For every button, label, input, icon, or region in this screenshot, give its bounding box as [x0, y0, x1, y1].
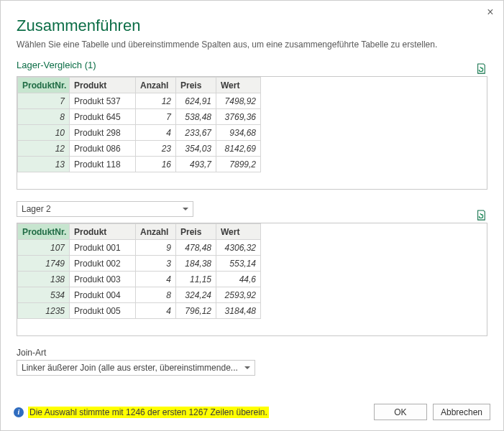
cell: 478,48: [176, 240, 216, 256]
table2-select[interactable]: Lager 2: [17, 201, 193, 217]
cell: 538,48: [176, 109, 216, 125]
cell: Produkt 001: [70, 240, 136, 256]
join-type-label: Join-Art: [17, 348, 487, 358]
cell: 534: [18, 287, 70, 303]
column-header[interactable]: Wert: [216, 78, 261, 93]
column-header[interactable]: Produkt: [70, 224, 136, 240]
cell: 9: [136, 240, 176, 256]
cell: 44,6: [216, 272, 261, 287]
table-row[interactable]: 12Produkt 08623354,038142,69: [18, 141, 487, 157]
join-type-select[interactable]: Linker äußerer Join (alle aus erster, üb…: [17, 360, 255, 376]
close-button[interactable]: ×: [482, 4, 499, 21]
cell: 3: [136, 256, 176, 272]
table-row[interactable]: 1235Produkt 0054796,123184,48: [18, 303, 487, 319]
dialog-subtitle: Wählen Sie eine Tabelle und übereinstimm…: [17, 40, 487, 50]
column-header[interactable]: Anzahl: [136, 78, 176, 93]
cell: Produkt 118: [70, 157, 136, 172]
cell: Produkt 005: [70, 303, 136, 319]
table-row[interactable]: 8Produkt 6457538,483769,36: [18, 109, 487, 125]
cell: 7: [18, 93, 70, 109]
refresh-icon[interactable]: [476, 63, 486, 75]
cell: 8: [136, 287, 176, 303]
cell: 8: [18, 109, 70, 125]
cell: Produkt 645: [70, 109, 136, 125]
cell: 4: [136, 303, 176, 319]
cell: 3184,48: [216, 303, 261, 319]
column-header[interactable]: Produkt: [70, 78, 136, 93]
cell: Produkt 537: [70, 93, 136, 109]
dialog-footer: i Die Auswahl stimmte mit 1246 der erste…: [1, 397, 503, 430]
column-header[interactable]: Preis: [176, 224, 216, 240]
cell: 12: [18, 141, 70, 157]
cell: 2593,92: [216, 287, 261, 303]
cell: Produkt 086: [70, 141, 136, 157]
cell: 233,67: [176, 125, 216, 141]
table2-select-label: Lager 2: [22, 204, 51, 214]
column-header[interactable]: ProduktNr.: [18, 224, 70, 240]
table-row[interactable]: 534Produkt 0048324,242593,92: [18, 287, 487, 303]
refresh-icon[interactable]: [476, 210, 486, 221]
cell: Produkt 002: [70, 256, 136, 272]
ok-button[interactable]: OK: [374, 404, 427, 420]
cell: 8142,69: [216, 141, 261, 157]
cell: 4306,32: [216, 240, 261, 256]
cell: 493,7: [176, 157, 216, 172]
table-row[interactable]: 138Produkt 003411,1544,6: [18, 272, 487, 287]
cell: 796,12: [176, 303, 216, 319]
table2: ProduktNr.ProduktAnzahlPreisWert 107Prod…: [17, 223, 487, 319]
cell: 138: [18, 272, 70, 287]
cell: Produkt 003: [70, 272, 136, 287]
info-icon: i: [14, 407, 24, 417]
table-row[interactable]: 1749Produkt 0023184,38553,14: [18, 256, 487, 272]
cell: 12: [136, 93, 176, 109]
cell: 4: [136, 272, 176, 287]
column-header[interactable]: Preis: [176, 78, 216, 93]
table1-preview[interactable]: ProduktNr.ProduktAnzahlPreisWert 7Produk…: [17, 76, 487, 190]
table1-label: Lager-Vergleich (1): [17, 60, 96, 70]
column-header[interactable]: ProduktNr.: [18, 78, 70, 93]
column-header[interactable]: Wert: [216, 224, 261, 240]
cell: 354,03: [176, 141, 216, 157]
cell: 3769,36: [216, 109, 261, 125]
cell: 1235: [18, 303, 70, 319]
cancel-button[interactable]: Abbrechen: [433, 404, 490, 420]
cell: 934,68: [216, 125, 261, 141]
cell: 7498,92: [216, 93, 261, 109]
match-info: Die Auswahl stimmte mit 1246 der ersten …: [28, 407, 269, 418]
dialog-title: Zusammenführen: [17, 17, 487, 35]
cell: 23: [136, 141, 176, 157]
cell: 624,91: [176, 93, 216, 109]
cell: 13: [18, 157, 70, 172]
cell: 553,14: [216, 256, 261, 272]
table2-preview[interactable]: ProduktNr.ProduktAnzahlPreisWert 107Prod…: [17, 223, 487, 336]
cell: 7: [136, 109, 176, 125]
table1: ProduktNr.ProduktAnzahlPreisWert 7Produk…: [17, 77, 487, 172]
cell: 10: [18, 125, 70, 141]
table-row[interactable]: 10Produkt 2984233,67934,68: [18, 125, 487, 141]
cell: Produkt 004: [70, 287, 136, 303]
cell: 1749: [18, 256, 70, 272]
cell: 107: [18, 240, 70, 256]
cell: 4: [136, 125, 176, 141]
cell: 7899,2: [216, 157, 261, 172]
join-type-value: Linker äußerer Join (alle aus erster, üb…: [22, 363, 238, 373]
cell: 324,24: [176, 287, 216, 303]
cell: 11,15: [176, 272, 216, 287]
table-row[interactable]: 107Produkt 0019478,484306,32: [18, 240, 487, 256]
table-row[interactable]: 13Produkt 11816493,77899,2: [18, 157, 487, 172]
cell: Produkt 298: [70, 125, 136, 141]
cell: 184,38: [176, 256, 216, 272]
dialog-content: Zusammenführen Wählen Sie eine Tabelle u…: [1, 1, 503, 380]
table-row[interactable]: 7Produkt 53712624,917498,92: [18, 93, 487, 109]
cell: 16: [136, 157, 176, 172]
column-header[interactable]: Anzahl: [136, 224, 176, 240]
